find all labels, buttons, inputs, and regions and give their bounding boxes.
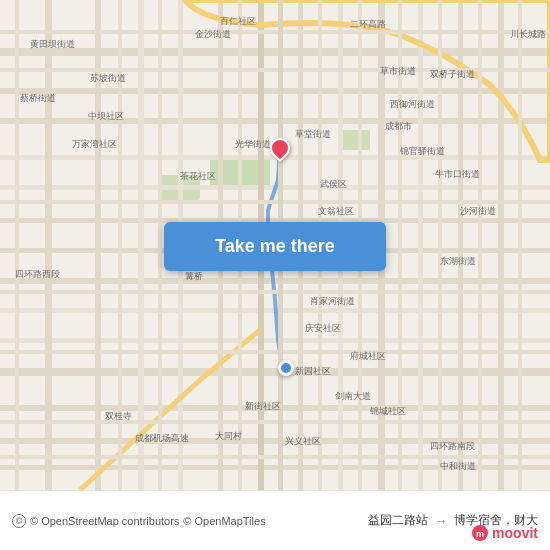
map-label: 金沙街道 [195, 28, 231, 41]
svg-rect-34 [0, 350, 550, 354]
map-label: 府城社区 [350, 350, 386, 363]
osm-text: © OpenStreetMap contributors [30, 515, 179, 527]
map-label: 成都市 [385, 120, 412, 133]
map-label: 四环路南段 [430, 440, 475, 453]
svg-rect-29 [498, 0, 504, 490]
map-label: 牛市口街道 [435, 168, 480, 181]
osm-credit: © © OpenStreetMap contributors © OpenMap… [12, 514, 266, 528]
map-label: 剑南大道 [335, 390, 371, 403]
svg-rect-3 [340, 130, 370, 150]
map-label: 成都机场高速 [135, 432, 189, 445]
map-label: 双桥子街道 [430, 68, 475, 81]
map-label: 万家湾社区 [72, 138, 117, 151]
map-label: 锦城社区 [370, 405, 406, 418]
map-label: 东湖街道 [440, 255, 476, 268]
map-label: 黄田坝街道 [30, 38, 75, 51]
moovit-brand-bottom: m moovit [471, 524, 538, 542]
map-label: 四环路西段 [15, 268, 60, 281]
map-label: 沙河街道 [460, 205, 496, 218]
tiles-text: © OpenMapTiles [183, 515, 265, 527]
start-pin [270, 138, 290, 158]
svg-rect-20 [138, 0, 144, 490]
svg-rect-35 [0, 420, 550, 424]
map-label: 川长城路 [510, 28, 546, 41]
svg-rect-37 [15, 0, 19, 490]
map-label: 文翁社区 [318, 205, 354, 218]
svg-rect-14 [0, 368, 550, 376]
svg-rect-47 [518, 0, 522, 490]
map-label: 肖家河街道 [310, 295, 355, 308]
map-label: 兴义社区 [285, 435, 321, 448]
svg-rect-18 [45, 0, 52, 490]
svg-text:m: m [476, 529, 484, 539]
svg-rect-39 [158, 0, 162, 490]
svg-rect-27 [418, 0, 423, 490]
map-label: 双桂寺 [105, 410, 132, 423]
map-label: 草市街道 [380, 65, 416, 78]
moovit-text-br: moovit [492, 525, 538, 541]
map-container: 黄田坝街道苏坡街道蔡桥街道金沙街道光华街道草堂街道草市街道西御河街道成都市双桥子… [0, 0, 550, 490]
map-label: 苏坡街道 [90, 72, 126, 85]
map-label: 西御河街道 [390, 98, 435, 111]
svg-rect-33 [0, 290, 550, 294]
map-label: 蔡桥街道 [20, 92, 56, 105]
map-label: 二环高路 [350, 18, 386, 31]
map-label: 新街社区 [245, 400, 281, 413]
map-label: 光华街道 [235, 138, 271, 151]
svg-rect-46 [478, 0, 482, 490]
svg-rect-13 [0, 338, 550, 343]
map-label: 锦官驿街道 [400, 145, 445, 158]
map-label: 新园社区 [295, 365, 331, 378]
route-from: 益园二路站 [368, 512, 428, 529]
map-label: 武侯区 [320, 178, 347, 191]
take-me-there-button[interactable]: Take me there [164, 222, 386, 271]
svg-rect-32 [0, 200, 550, 204]
svg-rect-36 [0, 455, 550, 459]
svg-rect-30 [0, 30, 550, 34]
map-label: 篝桥 [185, 270, 203, 283]
map-label: 茶花社区 [180, 170, 216, 183]
map-label: 百仁社区 [220, 15, 256, 28]
svg-rect-6 [0, 118, 550, 124]
moovit-icon: m [471, 524, 489, 542]
map-label: 庆安社区 [305, 322, 341, 335]
route-arrow: → [434, 513, 448, 529]
svg-rect-5 [0, 88, 550, 94]
map-label: 大同村 [215, 430, 242, 443]
end-pin [278, 360, 294, 376]
map-label: 中坝社区 [88, 110, 124, 123]
map-label: 草堂街道 [295, 128, 331, 141]
map-label: 中和街道 [440, 460, 476, 473]
svg-rect-4 [0, 48, 550, 56]
